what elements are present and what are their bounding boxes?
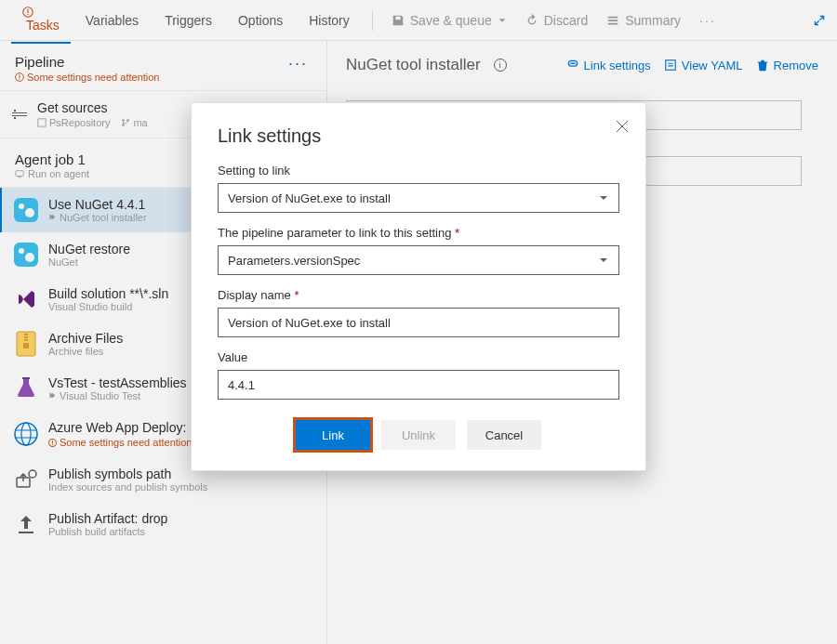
- display-name-input[interactable]: [218, 308, 619, 337]
- dialog-actions: Link Unlink Cancel: [218, 420, 619, 450]
- link-settings-dialog: Link settings Setting to link Version of…: [191, 102, 646, 471]
- setting-to-link-label: Setting to link: [218, 164, 619, 177]
- pipeline-param-label: The pipeline parameter to link to this s…: [218, 226, 619, 240]
- cancel-button[interactable]: Cancel: [467, 420, 541, 450]
- value-input[interactable]: [218, 370, 619, 400]
- setting-to-link-select[interactable]: Version of NuGet.exe to install: [218, 183, 619, 213]
- unlink-button[interactable]: Unlink: [381, 420, 456, 450]
- pipeline-param-select[interactable]: Parameters.versionSpec: [218, 245, 619, 275]
- modal-overlay: Link settings Setting to link Version of…: [0, 0, 837, 644]
- link-button[interactable]: Link: [296, 420, 370, 450]
- close-icon[interactable]: [616, 120, 629, 133]
- dialog-title: Link settings: [218, 125, 619, 147]
- display-name-label: Display name *: [218, 288, 619, 302]
- value-label: Value: [218, 350, 619, 364]
